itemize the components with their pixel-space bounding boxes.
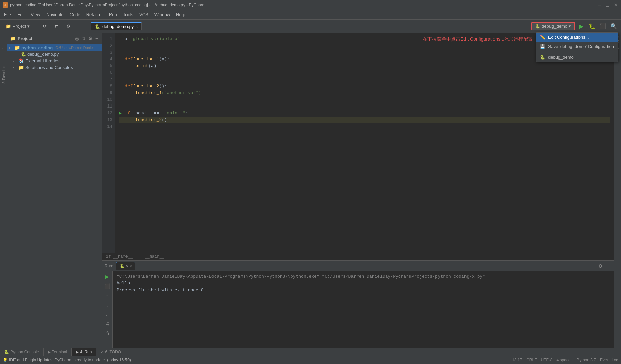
file-tab-debugdemo[interactable]: 🐍 debug_demo.py × <box>91 22 142 30</box>
menu-bar: File Edit View Navigate Code Refactor Ru… <box>0 10 621 20</box>
sidebar-sort-btn[interactable]: ⇅ <box>81 35 86 42</box>
edit-config-icon: ✏️ <box>540 35 545 40</box>
tree-item-external-libs[interactable]: ▸ 📚 External Libraries <box>7 57 102 64</box>
save-config-label: Save 'debug_demo' Configuration <box>548 44 614 49</box>
footer-tab-terminal[interactable]: ▶ Terminal <box>44 348 72 356</box>
line-numbers: 1 2 3 4 5 6 7 8 9 10 11 12 13 14 <box>102 33 115 253</box>
file-tab-label: debug_demo.py <box>102 24 134 29</box>
code-content[interactable]: a = "global variable a" def function_1(a… <box>115 33 614 253</box>
footer: 🐍 Python Console ▶ Terminal ▶ 4: Run ✓ 6… <box>0 348 621 356</box>
code-editor[interactable]: 1 2 3 4 5 6 7 8 9 10 11 12 13 14 a = "gl… <box>102 33 614 253</box>
panel-minimize-btn[interactable]: − <box>605 263 611 269</box>
tree-item-debugdemo[interactable]: 🐍 debug_demo.py <box>7 51 102 57</box>
dropdown-debug-demo[interactable]: 🐍 debug_demo <box>536 53 618 62</box>
menu-help[interactable]: Help <box>173 11 188 18</box>
menu-refactor[interactable]: Refactor <box>84 11 106 18</box>
external-libs-icon: 📚 <box>18 58 24 63</box>
dropdown-edit-config[interactable]: ✏️ Edit Configurations... <box>536 33 618 42</box>
stop-button[interactable]: ⬛ <box>598 22 608 31</box>
print-btn[interactable]: 🖨 <box>103 320 111 328</box>
rerun-button[interactable]: ▶ <box>103 273 111 281</box>
cursor-position[interactable]: 13:17 <box>512 358 522 362</box>
footer-tab-run[interactable]: ▶ 4: Run <box>72 348 96 356</box>
output-hello: hello <box>117 280 610 287</box>
run-panel: ▶ ⬛ ↑ ↓ ⇌ 🖨 🗑 "C:\Users\Darren DanielDay… <box>102 271 614 348</box>
trash-btn[interactable]: 🗑 <box>103 329 111 337</box>
project-button[interactable]: 📁 Project ▾ <box>3 22 33 30</box>
update-message[interactable]: 💡 IDE and Plugin Updates: PyCharm is rea… <box>3 358 131 362</box>
search-button[interactable]: 🔍 <box>609 22 618 31</box>
toolbar-minimize-btn[interactable]: − <box>76 22 84 30</box>
maximize-button[interactable]: □ <box>605 2 610 8</box>
sidebar-settings-btn[interactable]: ⚙ <box>88 35 93 42</box>
footer-tab-python-console[interactable]: 🐍 Python Console <box>0 348 44 356</box>
status-left: 💡 IDE and Plugin Updates: PyCharm is rea… <box>3 358 131 362</box>
menu-view[interactable]: View <box>28 11 43 18</box>
window-controls: ─ □ ✕ <box>597 2 618 8</box>
update-icon: 💡 <box>3 358 8 362</box>
menu-tools[interactable]: Tools <box>120 11 136 18</box>
code-line-12: ▶ if __name__ == "__main__": <box>119 110 610 117</box>
minimize-button[interactable]: ─ <box>597 2 602 8</box>
encoding[interactable]: UTF-8 <box>541 358 553 362</box>
code-line-5: print(a) <box>119 63 610 69</box>
stop-run-button[interactable]: ⬛ <box>103 282 111 290</box>
bottom-tabs: Run: 🐍 x × ⚙ − <box>102 261 614 271</box>
python-file-icon: 🐍 <box>95 24 100 29</box>
sidebar-locate-btn[interactable]: ◎ <box>74 35 80 42</box>
toolbar-arrow-btn[interactable]: ⇄ <box>52 22 61 30</box>
bottom-hint-text: if __name__ == "__main__" <box>106 254 167 259</box>
run-tab-x[interactable]: 🐍 x × <box>116 262 135 270</box>
config-dropdown-icon: ▾ <box>569 24 571 29</box>
update-text: IDE and Plugin Updates: PyCharm is ready… <box>9 358 131 362</box>
left-tab-favorites[interactable]: 2: Favorites <box>0 61 7 88</box>
run-indicator-12: ▶ <box>119 110 123 117</box>
menu-vcs[interactable]: VCS <box>137 11 151 18</box>
tree-expand-arrow: ▾ <box>9 46 13 50</box>
run-config-button[interactable]: 🐍 debug_demo ▾ <box>531 22 575 30</box>
run-icon: ▶ <box>76 350 79 354</box>
toolbar-sync-btn[interactable]: ⟳ <box>40 22 50 30</box>
bottom-panel-actions: ⚙ − <box>597 263 611 269</box>
code-line-13: function_2() <box>119 117 610 123</box>
python-version[interactable]: Python 3.7 <box>577 358 596 362</box>
left-tab-1[interactable]: 1 <box>0 34 7 61</box>
indent[interactable]: 4 spaces <box>557 358 573 362</box>
menu-file[interactable]: File <box>1 11 14 18</box>
wrap-btn[interactable]: ⇌ <box>103 310 111 318</box>
debug-button[interactable]: 🐛 <box>587 22 597 31</box>
file-tab-close[interactable]: × <box>136 24 138 29</box>
line-separator[interactable]: CRLF <box>526 358 537 362</box>
bottom-hint-bar: if __name__ == "__main__" <box>102 253 614 260</box>
python-file-tree-icon: 🐍 <box>21 52 26 57</box>
code-line-8: def function_2(): <box>119 83 610 90</box>
scratches-arrow: ▸ <box>13 66 17 69</box>
status-right: 13:17 CRLF UTF-8 4 spaces Python 3.7 Eve… <box>512 358 618 362</box>
close-button[interactable]: ✕ <box>613 2 618 8</box>
menu-code[interactable]: Code <box>67 11 83 18</box>
debug-demo-icon: 🐍 <box>540 55 545 60</box>
panel-settings-btn[interactable]: ⚙ <box>597 263 604 269</box>
menu-edit[interactable]: Edit <box>15 11 27 18</box>
dropdown-save-config[interactable]: 💾 Save 'debug_demo' Configuration <box>536 42 618 51</box>
toolbar-separator <box>36 23 36 30</box>
folder-icon: 📁 <box>6 24 11 29</box>
menu-navigate[interactable]: Navigate <box>44 11 66 18</box>
run-tab-close[interactable]: × <box>130 264 132 268</box>
project-label: Project <box>12 24 26 29</box>
terminal-icon: ▶ <box>48 350 51 354</box>
tree-item-scratches[interactable]: ▸ 📁 Scratches and Consoles <box>7 64 102 71</box>
event-log[interactable]: Event Log <box>600 358 618 362</box>
sidebar-close-btn[interactable]: − <box>95 35 99 42</box>
menu-run[interactable]: Run <box>106 11 120 18</box>
tree-item-project[interactable]: ▾ 📁 python_coding C:\Users\Darren Danie <box>7 44 102 51</box>
run-button[interactable]: ▶ <box>576 22 586 31</box>
toolbar-settings-btn[interactable]: ⚙ <box>63 22 74 30</box>
python-console-icon: 🐍 <box>4 350 9 354</box>
code-line-9: function_1("another var") <box>119 90 610 96</box>
output-command: "C:\Users\Darren DanielDay\AppData\Local… <box>117 273 610 280</box>
scroll-down-btn[interactable]: ↓ <box>103 301 111 309</box>
footer-tab-todo[interactable]: ✓ 6: TODO <box>96 348 125 356</box>
scroll-up-btn[interactable]: ↑ <box>103 292 111 300</box>
menu-window[interactable]: Window <box>152 11 173 18</box>
